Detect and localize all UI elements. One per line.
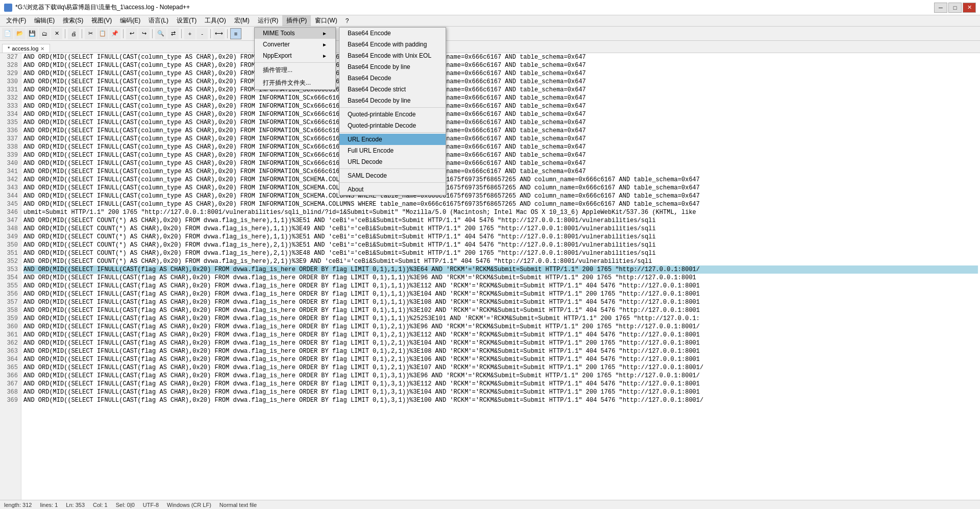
editor-line[interactable]: AND ORD(MID((SELECT COUNT(*) AS CHAR),0x…	[23, 233, 978, 241]
new-button[interactable]: 📄	[2, 28, 13, 39]
line-number: 334	[3, 110, 18, 118]
mime-base64-encode-line[interactable]: Base64 Encode by line	[339, 61, 446, 72]
menu-run[interactable]: 运行(R)	[254, 15, 283, 26]
close-button[interactable]: ✕	[963, 3, 976, 13]
editor-line[interactable]: AND ORD(MID((SELECT COUNT(*) AS CHAR),0x…	[23, 241, 978, 249]
editor-line[interactable]: AND ORD(MID((SELECT IFNULL(CAST(flag AS …	[23, 396, 978, 404]
copy-button[interactable]: 📋	[97, 28, 108, 39]
redo-button[interactable]: ↪	[138, 28, 150, 39]
paste-button[interactable]: 📌	[109, 28, 120, 39]
editor-line[interactable]: AND ORD(MID((SELECT IFNULL(CAST(flag AS …	[23, 323, 978, 331]
editor-line[interactable]: AND ORD(MID((SELECT IFNULL(CAST(flag AS …	[23, 265, 978, 274]
word-wrap-button[interactable]: ≡	[230, 28, 241, 39]
plugins-manager[interactable]: 插件管理...	[255, 64, 335, 77]
zoom-in-button[interactable]: +	[184, 28, 195, 39]
editor-line[interactable]: AND ORD(MID((SELECT IFNULL(CAST(column_t…	[23, 53, 978, 61]
mime-base64-encode-padding[interactable]: Base64 Encode with padding	[339, 39, 446, 50]
editor-line[interactable]: AND ORD(MID((SELECT IFNULL(CAST(column_t…	[23, 159, 978, 167]
editor-line[interactable]: AND ORD(MID((SELECT IFNULL(CAST(flag AS …	[23, 314, 978, 323]
editor-line[interactable]: AND ORD(MID((SELECT IFNULL(CAST(flag AS …	[23, 274, 978, 282]
open-button[interactable]: 📂	[14, 28, 26, 39]
editor-line[interactable]: AND ORD(MID((SELECT IFNULL(CAST(column_t…	[23, 151, 978, 159]
editor-line[interactable]: AND ORD(MID((SELECT IFNULL(CAST(column_t…	[23, 192, 978, 200]
editor-line[interactable]: AND ORD(MID((SELECT IFNULL(CAST(column_t…	[23, 78, 978, 86]
plugins-open-folder[interactable]: 打开插件文件夹...	[255, 77, 335, 89]
editor-line[interactable]: AND ORD(MID((SELECT IFNULL(CAST(column_t…	[23, 102, 978, 110]
editor-line[interactable]: AND ORD(MID((SELECT IFNULL(CAST(flag AS …	[23, 290, 978, 298]
mime-base64-encode[interactable]: Base64 Encode	[339, 28, 446, 39]
menu-help[interactable]: ?	[341, 16, 353, 26]
minimize-button[interactable]: ─	[934, 3, 947, 13]
print-button[interactable]: 🖨	[68, 28, 79, 39]
editor-line[interactable]: AND ORD(MID((SELECT IFNULL(CAST(flag AS …	[23, 347, 978, 355]
editor-line[interactable]: AND ORD(MID((SELECT IFNULL(CAST(column_t…	[23, 176, 978, 184]
mime-qp-decode[interactable]: Quoted-printable Decode	[339, 120, 446, 131]
editor-line[interactable]: AND ORD(MID((SELECT IFNULL(CAST(column_t…	[23, 167, 978, 176]
editor-line[interactable]: AND ORD(MID((SELECT IFNULL(CAST(column_t…	[23, 200, 978, 208]
plugins-converter[interactable]: Converter ►	[255, 39, 335, 50]
menu-tools[interactable]: 工具(O)	[201, 15, 230, 26]
menu-plugins[interactable]: 插件(P)	[282, 15, 311, 26]
mime-about[interactable]: About	[339, 184, 446, 195]
mime-base64-decode-line[interactable]: Base64 Decode by line	[339, 95, 446, 106]
mime-qp-encode[interactable]: Quoted-printable Encode	[339, 109, 446, 120]
editor-line[interactable]: AND ORD(MID((SELECT IFNULL(CAST(flag AS …	[23, 298, 978, 306]
menu-language[interactable]: 语言(L)	[144, 15, 173, 26]
find-button[interactable]: 🔍	[155, 28, 166, 39]
tab-close-button[interactable]: ✕	[40, 46, 44, 52]
editor-content[interactable]: AND ORD(MID((SELECT IFNULL(CAST(column_t…	[21, 53, 980, 500]
editor-line[interactable]: AND ORD(MID((SELECT IFNULL(CAST(flag AS …	[23, 388, 978, 396]
mime-saml-decode[interactable]: SAML Decode	[339, 170, 446, 181]
close-button[interactable]: ✕	[51, 28, 62, 39]
menu-macro[interactable]: 宏(M)	[230, 15, 254, 26]
editor-line[interactable]: AND ORD(MID((SELECT IFNULL(CAST(column_t…	[23, 61, 978, 69]
mime-url-decode[interactable]: URL Decode	[339, 156, 446, 167]
editor-line[interactable]: AND ORD(MID((SELECT IFNULL(CAST(column_t…	[23, 69, 978, 78]
menu-edit[interactable]: 编辑(E)	[30, 15, 59, 26]
editor-line[interactable]: AND ORD(MID((SELECT IFNULL(CAST(column_t…	[23, 143, 978, 151]
editor-line[interactable]: AND ORD(MID((SELECT IFNULL(CAST(column_t…	[23, 127, 978, 135]
editor-line[interactable]: AND ORD(MID((SELECT COUNT(*) AS CHAR),0x…	[23, 257, 978, 265]
menu-view[interactable]: 视图(V)	[87, 15, 116, 26]
editor-line[interactable]: AND ORD(MID((SELECT IFNULL(CAST(flag AS …	[23, 355, 978, 363]
replace-button[interactable]: ⇄	[167, 28, 179, 39]
line-number: 347	[3, 216, 18, 225]
menu-settings[interactable]: 设置(T)	[173, 15, 201, 26]
editor-line[interactable]: AND ORD(MID((SELECT IFNULL(CAST(flag AS …	[23, 331, 978, 339]
cut-button[interactable]: ✂	[85, 28, 96, 39]
menu-window[interactable]: 窗口(W)	[311, 15, 341, 26]
sync-scroll-button[interactable]: ⟷	[213, 28, 225, 39]
editor-line[interactable]: AND ORD(MID((SELECT COUNT(*) AS CHAR),0x…	[23, 216, 978, 225]
editor-line[interactable]: AND ORD(MID((SELECT IFNULL(CAST(flag AS …	[23, 372, 978, 380]
tab-access-log[interactable]: * access.log ✕	[2, 44, 50, 53]
mime-base64-encode-unix[interactable]: Base64 Encode with Unix EOL	[339, 50, 446, 61]
zoom-out-button[interactable]: -	[197, 28, 208, 39]
editor-line[interactable]: AND ORD(MID((SELECT IFNULL(CAST(column_t…	[23, 94, 978, 102]
editor-line[interactable]: AND ORD(MID((SELECT IFNULL(CAST(flag AS …	[23, 306, 978, 314]
editor-line[interactable]: AND ORD(MID((SELECT IFNULL(CAST(flag AS …	[23, 339, 978, 347]
plugins-mime-tools[interactable]: MIME Tools ►	[255, 28, 335, 39]
editor-line[interactable]: AND ORD(MID((SELECT IFNULL(CAST(column_t…	[23, 110, 978, 118]
editor-line[interactable]: AND ORD(MID((SELECT IFNULL(CAST(flag AS …	[23, 363, 978, 372]
mime-base64-decode[interactable]: Base64 Decode	[339, 72, 446, 84]
editor-line[interactable]: ubmit=Submit HTTP/1.1" 200 1765 "http://…	[23, 208, 978, 216]
editor-line[interactable]: AND ORD(MID((SELECT IFNULL(CAST(column_t…	[23, 135, 978, 143]
editor-line[interactable]: AND ORD(MID((SELECT IFNULL(CAST(flag AS …	[23, 380, 978, 388]
undo-button[interactable]: ↩	[126, 28, 137, 39]
menu-search[interactable]: 搜索(S)	[59, 15, 87, 26]
mime-url-encode[interactable]: URL Encode	[339, 134, 446, 145]
editor-line[interactable]: AND ORD(MID((SELECT IFNULL(CAST(column_t…	[23, 118, 978, 127]
editor-line[interactable]: AND ORD(MID((SELECT IFNULL(CAST(column_t…	[23, 184, 978, 192]
save-all-button[interactable]: 🗂	[39, 28, 50, 39]
editor-line[interactable]: AND ORD(MID((SELECT IFNULL(CAST(column_t…	[23, 86, 978, 94]
mime-base64-decode-strict[interactable]: Base64 Decode strict	[339, 84, 446, 95]
editor-line[interactable]: AND ORD(MID((SELECT IFNULL(CAST(flag AS …	[23, 282, 978, 290]
maximize-button[interactable]: □	[948, 3, 962, 13]
editor-line[interactable]: AND ORD(MID((SELECT COUNT(*) AS CHAR),0x…	[23, 249, 978, 257]
menu-file[interactable]: 文件(F)	[2, 15, 30, 26]
save-button[interactable]: 💾	[27, 28, 38, 39]
plugins-nppexport[interactable]: NppExport ►	[255, 50, 335, 61]
mime-full-url-encode[interactable]: Full URL Encode	[339, 145, 446, 156]
editor-line[interactable]: AND ORD(MID((SELECT COUNT(*) AS CHAR),0x…	[23, 225, 978, 233]
menu-encoding[interactable]: 编码(E)	[116, 15, 144, 26]
